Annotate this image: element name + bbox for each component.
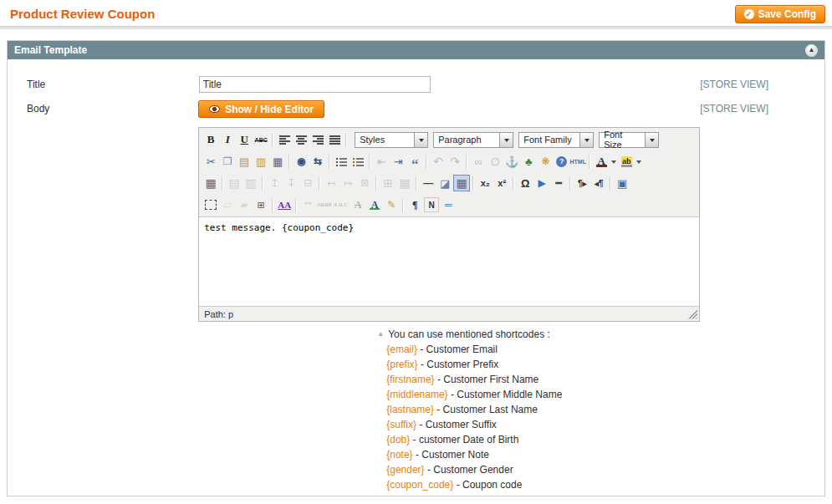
body-label: Body	[27, 100, 198, 115]
table-cell-props-icon[interactable]: ▥	[242, 175, 259, 191]
paste-text-icon[interactable]: ▥	[253, 153, 269, 170]
rtl-icon[interactable]: ◂¶	[590, 175, 607, 191]
toolbar-separator	[369, 155, 370, 169]
image-icon[interactable]: ♣	[520, 153, 537, 170]
bold-icon[interactable]: B	[202, 131, 219, 148]
cite-icon[interactable]: “”	[299, 196, 316, 213]
backcolor-menu-arrow-icon[interactable]	[635, 153, 643, 170]
strikethrough-icon[interactable]: ABC	[253, 131, 269, 148]
delete-col-icon[interactable]: ⊠	[356, 175, 373, 191]
help-icon[interactable]: ?	[556, 156, 567, 167]
link-icon[interactable]: ∞	[470, 153, 487, 170]
fullscreen-icon[interactable]: ▣	[614, 175, 630, 191]
search-icon[interactable]: ◉	[293, 153, 309, 170]
hr-icon[interactable]: —	[420, 175, 436, 191]
indent-icon[interactable]: ⇥	[390, 153, 406, 170]
bullet-list-icon[interactable]	[333, 153, 350, 170]
cleanup-icon[interactable]: ❋	[537, 153, 554, 170]
toolbar-row-3: ▦▤▥↥↧⊟↤↦⊠⊞▦—◪▦x₂x²Ω▶━¶▸◂¶▣	[199, 172, 699, 194]
toolbar-separator	[375, 176, 377, 191]
outdent-icon[interactable]: ⇤	[373, 153, 390, 170]
merge-cells-icon[interactable]: ▦	[396, 175, 413, 191]
visualaid-icon[interactable]: ▦	[453, 175, 470, 191]
anchor-icon[interactable]: ⚓	[503, 153, 520, 170]
move-forward-icon[interactable]: ▱	[219, 196, 236, 213]
collapse-section-button[interactable]: ▲	[805, 44, 818, 57]
show-hide-editor-button[interactable]: Show / Hide Editor	[198, 100, 324, 118]
align-center-icon[interactable]	[293, 131, 309, 148]
row-after-icon[interactable]: ↧	[283, 175, 299, 191]
insert-layer-icon[interactable]	[202, 196, 219, 213]
charmap-icon[interactable]: Ω	[517, 175, 533, 191]
underline-icon[interactable]: U	[236, 131, 253, 148]
shortcode-line: {email} - Customer Email	[386, 342, 832, 357]
absolute-icon[interactable]: ⊞	[253, 196, 269, 213]
editor-statusbar: Path: p	[199, 306, 699, 321]
redo-icon[interactable]: ↷	[447, 153, 463, 170]
copy-icon[interactable]: ❐	[219, 153, 236, 170]
save-check-icon: ✓	[744, 9, 754, 19]
title-input[interactable]	[199, 76, 431, 93]
subscript-icon[interactable]: x₂	[477, 175, 493, 191]
attribs-icon[interactable]: ✎	[383, 196, 400, 213]
align-right-icon[interactable]	[309, 131, 326, 148]
delete-row-icon[interactable]: ⊟	[299, 175, 316, 191]
collapse-arrow-icon: ▲	[809, 47, 815, 53]
paste-word-icon[interactable]: ▦	[269, 153, 286, 170]
toolbar-separator	[329, 155, 330, 169]
abbr-icon[interactable]: ABBR	[316, 196, 333, 213]
nonbreaking-icon[interactable]: N	[423, 196, 440, 213]
dropdown-arrow-icon	[499, 133, 513, 147]
dropdown-arrow-icon	[645, 133, 658, 147]
toolbar-separator	[262, 176, 263, 191]
align-left-icon[interactable]	[276, 131, 293, 148]
align-justify-icon[interactable]	[326, 131, 343, 148]
shortcode-line: {middlename} - Customer Middle Name	[386, 387, 832, 402]
unlink-icon[interactable]: ∅	[487, 153, 503, 170]
visualchars-icon[interactable]: ¶	[406, 196, 423, 213]
col-after-icon[interactable]: ↦	[339, 175, 356, 191]
header-divider	[0, 26, 832, 29]
cut-icon[interactable]: ✂	[202, 153, 219, 170]
del-icon[interactable]: A	[350, 196, 366, 213]
toolbar-separator	[569, 176, 571, 191]
blockquote-icon[interactable]: “	[406, 153, 423, 170]
insert-table-icon[interactable]: ▦	[202, 175, 219, 191]
move-backward-icon[interactable]: ▰	[236, 196, 253, 213]
undo-icon[interactable]: ↶	[430, 153, 447, 170]
paste-icon[interactable]: ▤	[236, 153, 253, 170]
eye-icon	[209, 105, 220, 113]
acronym-icon[interactable]: A.B.C.	[333, 196, 350, 213]
ins-icon[interactable]: A	[366, 196, 383, 213]
font-size-select[interactable]: Font Size	[599, 132, 659, 148]
pagebreak-icon[interactable]: ═	[440, 196, 457, 213]
paragraph-select[interactable]: Paragraph	[433, 132, 513, 148]
styleprops-icon[interactable]: AA	[276, 196, 293, 213]
ltr-icon[interactable]: ¶▸	[574, 175, 590, 191]
media-icon[interactable]: ▶	[533, 175, 550, 191]
search-replace-icon[interactable]: ⇆	[309, 153, 326, 170]
backcolor-icon[interactable]: ab	[618, 153, 635, 170]
table-row-props-icon[interactable]: ▤	[226, 175, 242, 191]
forecolor-menu-arrow-icon[interactable]	[610, 153, 618, 170]
body-scope-label: [STORE VIEW]	[700, 100, 824, 115]
removeformat-icon[interactable]: ◪	[436, 175, 453, 191]
italic-icon[interactable]: I	[219, 131, 236, 148]
editor-body[interactable]: test message. {coupon_code}	[199, 217, 699, 306]
styles-select[interactable]: Styles	[355, 132, 428, 148]
save-config-button[interactable]: ✓ Save Config	[735, 5, 825, 23]
col-before-icon[interactable]: ↤	[323, 175, 339, 191]
toolbar-separator	[426, 155, 427, 169]
row-before-icon[interactable]: ↥	[266, 175, 283, 191]
numbered-list-icon[interactable]	[350, 153, 366, 170]
superscript-icon[interactable]: x²	[493, 175, 510, 191]
html-icon[interactable]: HTML	[569, 153, 586, 170]
resize-grip-icon[interactable]	[687, 309, 697, 319]
shortcode-line: {lastname} - Customer Last Name	[386, 402, 832, 417]
body-row: Body Show / Hide Editor BIUABC Sty	[27, 100, 824, 492]
section-title: Email Template	[14, 44, 87, 56]
advhr-icon[interactable]: ━	[550, 175, 567, 191]
font-family-select[interactable]: Font Family	[518, 132, 594, 148]
forecolor-icon[interactable]: A	[593, 153, 610, 170]
split-cells-icon[interactable]: ⊞	[380, 175, 396, 191]
